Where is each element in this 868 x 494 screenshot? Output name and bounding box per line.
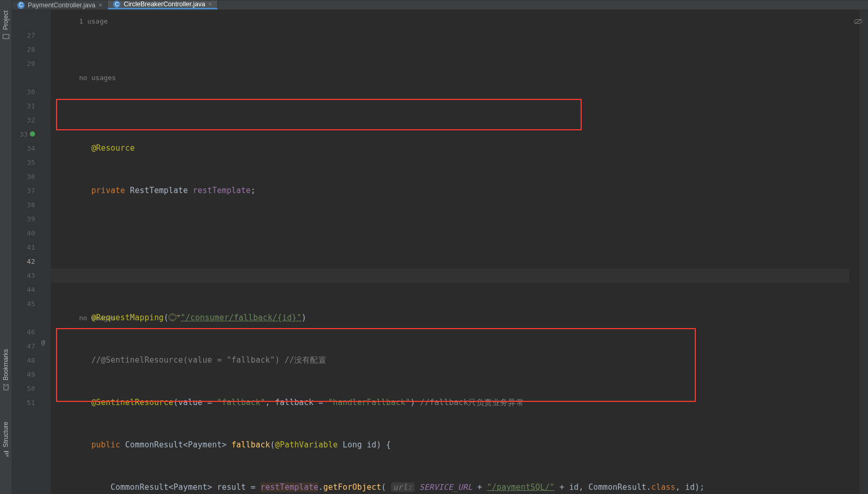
line-number[interactable]: 28: [12, 42, 51, 57]
error-stripe[interactable]: [860, 10, 868, 494]
editor[interactable]: 1 usage 27 28 29 no usages 30 31 32 33 3…: [12, 10, 868, 494]
bookmark-icon: [3, 384, 9, 390]
line-number[interactable]: 50: [12, 381, 51, 396]
gutter: 1 usage 27 28 29 no usages 30 31 32 33 3…: [12, 10, 51, 494]
structure-icon: [3, 451, 9, 457]
line-number[interactable]: 45: [12, 297, 51, 311]
tab-payment-controller[interactable]: C PaymentController.java ×: [12, 1, 108, 9]
tab-label: PaymentController.java: [28, 2, 95, 9]
line-number[interactable]: 48: [12, 353, 51, 367]
tool-window-bar: Project Bookmarks Structure: [0, 0, 12, 494]
tab-label: CircleBreakerController.java: [124, 1, 205, 8]
current-line-highlight: [51, 268, 849, 283]
close-icon[interactable]: ×: [98, 2, 102, 9]
line-number[interactable]: 40: [12, 226, 51, 240]
line-number[interactable]: 51: [12, 396, 51, 410]
line-number[interactable]: 35: [12, 155, 51, 170]
line-number[interactable]: 44: [12, 283, 51, 297]
close-icon[interactable]: ×: [208, 1, 212, 8]
line-number[interactable]: 30: [12, 85, 51, 99]
line-number[interactable]: 32: [12, 113, 51, 127]
class-icon: C: [113, 1, 120, 8]
tab-circle-breaker-controller[interactable]: C CircleBreakerController.java ×: [108, 1, 218, 9]
line-number[interactable]: 39: [12, 212, 51, 226]
line-number[interactable]: 46: [12, 325, 51, 339]
svg-rect-0: [3, 35, 9, 39]
line-number[interactable]: 41: [12, 240, 51, 254]
line-number[interactable]: 29: [12, 57, 51, 71]
line-number[interactable]: 27: [12, 28, 51, 42]
class-icon: C: [17, 2, 25, 9]
globe-icon[interactable]: [169, 313, 176, 321]
editor-tabs: C PaymentController.java × C CircleBreak…: [12, 1, 868, 10]
chevron-down-icon[interactable]: [176, 315, 181, 319]
line-number[interactable]: 42: [12, 254, 51, 268]
line-number[interactable]: 49: [12, 367, 51, 381]
tool-bookmarks[interactable]: Bookmarks: [2, 349, 9, 390]
tool-project[interactable]: Project: [2, 10, 9, 40]
project-icon: [3, 33, 9, 40]
line-number[interactable]: 37: [12, 184, 51, 198]
line-number[interactable]: 43: [12, 268, 51, 283]
tool-structure[interactable]: Structure: [2, 422, 9, 457]
line-number[interactable]: 38: [12, 198, 51, 212]
code-area[interactable]: @Resource private RestTemplate restTempl…: [51, 10, 860, 494]
line-number[interactable]: 36: [12, 170, 51, 184]
line-number[interactable]: 34: [12, 141, 51, 155]
line-number[interactable]: 31: [12, 99, 51, 113]
line-number[interactable]: 33: [12, 127, 51, 141]
override-icon[interactable]: @: [41, 339, 45, 346]
